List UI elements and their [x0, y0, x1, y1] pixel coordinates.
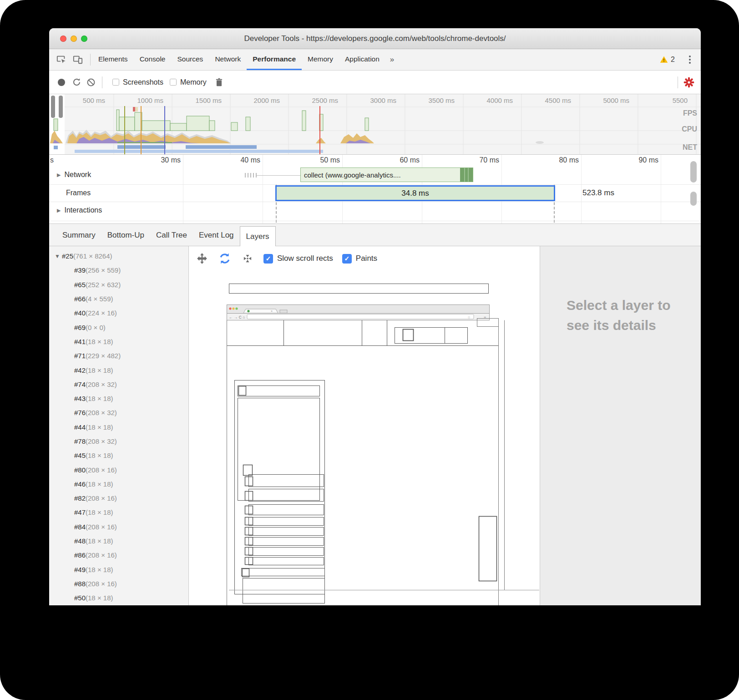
drawer-tab[interactable]: Summary — [56, 224, 101, 246]
screenshots-checkbox[interactable] — [112, 79, 119, 86]
layer-tree-item[interactable]: #46(18 × 18) — [49, 477, 188, 491]
paints-label: Paints — [356, 254, 377, 263]
layer-tree-item[interactable]: #65(252 × 632) — [49, 278, 188, 292]
layers-3d-view[interactable]: ✓ Slow scroll rects ✓ Paints — [189, 246, 540, 605]
slow-scroll-rects-checkbox[interactable]: ✓ — [263, 254, 273, 264]
drawer-tab[interactable]: Call Tree — [150, 224, 193, 246]
layer-tree-item[interactable]: #48(18 × 18) — [49, 534, 188, 548]
drawer-tab[interactable]: Layers — [240, 226, 276, 246]
trash-icon[interactable] — [212, 75, 227, 90]
timeline-overview[interactable]: 500 ms1000 ms1500 ms2000 ms2500 ms3000 m… — [49, 94, 701, 155]
layer-tree-item[interactable]: #41(18 × 18) — [49, 335, 188, 349]
layer-tree-item[interactable]: #45(18 × 18) — [49, 448, 188, 462]
layer-size: (208 × 16) — [86, 466, 117, 474]
layer-size: (208 × 32) — [86, 437, 117, 445]
panel-tab[interactable]: Console — [134, 49, 172, 70]
layer-tree-item[interactable]: #44(18 × 18) — [49, 420, 188, 434]
layer-tree-item[interactable]: #78(208 × 32) — [49, 434, 188, 448]
layer-tree-item[interactable]: #74(208 × 32) — [49, 377, 188, 391]
overview-time-label: 1500 ms — [166, 96, 224, 104]
clear-recording-icon[interactable] — [84, 75, 98, 90]
panel-tab[interactable]: Elements — [92, 49, 134, 70]
scrollbar-thumb[interactable] — [690, 192, 697, 206]
capture-settings-gear-icon[interactable] — [682, 75, 696, 90]
layer-size: (208 × 16) — [86, 494, 117, 502]
layer-tree-item[interactable]: #42(18 × 18) — [49, 363, 188, 377]
layer-tree: ▼ #25(761 × 8264) #39(256 × 559) #65(252… — [49, 246, 189, 605]
more-tabs-button[interactable]: » — [385, 49, 399, 70]
memory-label: Memory — [180, 78, 207, 86]
layer-size: (208 × 32) — [86, 409, 117, 416]
overview-time-label: 500 ms — [49, 96, 107, 104]
scrollbar-thumb[interactable] — [690, 161, 697, 183]
layer-tree-item[interactable]: #82(208 × 16) — [49, 491, 188, 505]
layer-id: #80 — [74, 466, 86, 474]
zoom-window-button[interactable] — [81, 36, 87, 42]
rotate-mode-icon[interactable] — [218, 252, 232, 265]
timeline-detail[interactable]: s 30 ms40 ms50 ms60 ms70 ms80 ms90 ms ▶N… — [49, 155, 701, 224]
layer-tree-item[interactable]: #47(18 × 18) — [49, 505, 188, 519]
layer-tree-item[interactable]: #69(0 × 0) — [49, 320, 188, 334]
panel-tab[interactable]: Memory — [302, 49, 339, 70]
reset-view-icon[interactable] — [241, 252, 254, 265]
expand-arrow-icon[interactable]: ▼ — [55, 253, 62, 259]
cpu-lane-label: CPU — [682, 125, 697, 133]
layer-tree-item[interactable]: #40(224 × 16) — [49, 306, 188, 320]
layer-size: (18 × 18) — [86, 480, 113, 488]
layer-tree-item[interactable]: #39(256 × 559) — [49, 263, 188, 277]
layer-tree-item[interactable]: #86(208 × 16) — [49, 548, 188, 562]
inspect-element-icon[interactable] — [55, 53, 68, 66]
paints-checkbox[interactable]: ✓ — [342, 254, 352, 264]
layer-tree-item[interactable]: #80(208 × 16) — [49, 462, 188, 477]
drawer-tab[interactable]: Bottom-Up — [101, 224, 150, 246]
disclosure-triangle-icon[interactable]: ▶ — [57, 208, 61, 213]
ruler-label: 60 ms — [343, 155, 422, 167]
layer-size: (18 × 18) — [86, 594, 113, 602]
reload-and-profile-icon[interactable] — [69, 75, 84, 90]
slow-scroll-rects-control[interactable]: ✓ Slow scroll rects — [263, 254, 333, 264]
layer-id: #71 — [74, 352, 86, 360]
overview-time-label: 3500 ms — [399, 96, 457, 104]
layer-tree-item[interactable]: #76(208 × 32) — [49, 406, 188, 420]
panel-tab[interactable]: Sources — [172, 49, 209, 70]
layers-wireframe[interactable]: × ← → C ⌂ ☆ ≡ — [189, 246, 539, 605]
frames-track[interactable]: Frames 34.8 ms 523.8 ms — [49, 185, 701, 202]
layer-id: #48 — [74, 537, 86, 545]
kebab-menu-icon[interactable] — [683, 56, 696, 64]
layer-tree-item[interactable]: #71(229 × 482) — [49, 349, 188, 363]
interactions-track[interactable]: ▶Interactions — [49, 202, 701, 221]
overview-time-label: 4000 ms — [457, 96, 515, 104]
layer-tree-item[interactable]: #84(208 × 16) — [49, 520, 188, 534]
layer-id: #82 — [74, 494, 86, 502]
selected-frame[interactable]: 34.8 ms — [275, 185, 555, 201]
device-toolbar-icon[interactable] — [71, 53, 85, 66]
network-track[interactable]: ▶Network collect (www.google-analytics..… — [49, 167, 701, 185]
titlebar[interactable]: Developer Tools - https://developers.goo… — [49, 28, 701, 49]
layer-id: #74 — [74, 380, 86, 388]
layers-panel: ▼ #25(761 × 8264) #39(256 × 559) #65(252… — [49, 246, 701, 605]
layer-tree-item[interactable]: #50(18 × 18) — [49, 591, 188, 605]
pan-mode-icon[interactable] — [195, 252, 209, 265]
disclosure-triangle-icon[interactable]: ▶ — [57, 172, 61, 178]
layer-size: (18 × 18) — [86, 451, 113, 459]
layer-tree-item[interactable]: #49(18 × 18) — [49, 563, 188, 577]
paints-control[interactable]: ✓ Paints — [342, 254, 377, 264]
close-window-button[interactable] — [60, 36, 66, 42]
panel-tab[interactable]: Performance — [247, 49, 302, 70]
minimize-window-button[interactable] — [71, 36, 77, 42]
svg-text:×: × — [271, 309, 273, 313]
panel-tab[interactable]: Network — [209, 49, 247, 70]
layer-tree-item[interactable]: ▼ #25(761 × 8264) — [49, 249, 188, 263]
layer-tree-item[interactable]: #43(18 × 18) — [49, 391, 188, 406]
layer-tree-item[interactable]: #66(4 × 559) — [49, 292, 188, 306]
drawer-tab[interactable]: Event Log — [193, 224, 240, 246]
overview-time-label: 5000 ms — [573, 96, 632, 104]
overview-time-label: 3000 ms — [340, 96, 399, 104]
panel-tab[interactable]: Application — [339, 49, 385, 70]
layer-id: #46 — [74, 480, 86, 488]
memory-checkbox[interactable] — [170, 79, 177, 86]
network-request-bar[interactable]: collect (www.google-analytics.... — [300, 167, 473, 182]
record-button[interactable] — [58, 79, 65, 86]
console-warnings-button[interactable]: 2 — [655, 56, 679, 64]
layer-tree-item[interactable]: #88(208 × 16) — [49, 577, 188, 591]
